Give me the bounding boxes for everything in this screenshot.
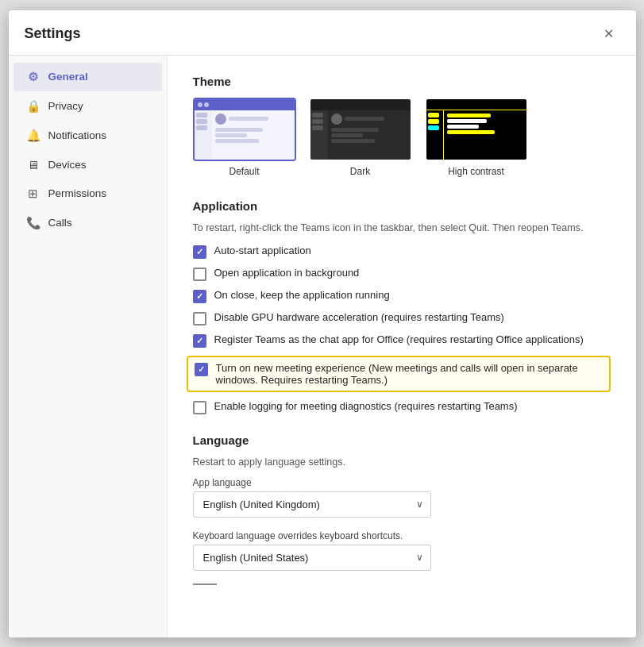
checkbox-row-keep_running: On close, keep the application running [193,289,611,303]
checkbox-new_meeting[interactable] [195,363,208,376]
theme-preview-high-contrast [425,98,528,161]
sidebar-label-permissions: Permissions [48,187,107,199]
app-language-wrapper: English (United Kingdom) English (United… [193,491,431,518]
content-area: Theme [168,56,636,637]
theme-card-high-contrast[interactable]: High contrast [425,98,528,177]
permissions-icon: ⊞ [26,187,40,201]
application-desc: To restart, right-click the Teams icon i… [193,222,611,233]
sidebar-item-calls[interactable]: 📞Calls [13,209,162,237]
dialog-title: Settings [25,25,81,42]
checkbox-label-keep_running: On close, keep the application running [214,289,390,301]
checkbox-label-open_background: Open application in background [214,267,360,279]
checkbox-disable_gpu[interactable] [193,312,206,325]
settings-dialog: Settings ✕ ⚙General🔒Privacy🔔Notification… [9,10,636,637]
sidebar-label-devices: Devices [48,159,87,171]
sidebar-label-calls: Calls [48,217,72,229]
keyboard-language-select[interactable]: English (United States) English (United … [193,545,431,571]
checkbox-enable_logging[interactable] [193,401,206,414]
theme-label-default: Default [229,166,259,177]
checkboxes-container: Auto-start applicationOpen application i… [193,245,611,414]
close-button[interactable]: ✕ [598,23,620,45]
sidebar-item-general[interactable]: ⚙General [13,63,162,91]
sidebar-label-general: General [48,71,88,83]
notifications-icon: 🔔 [26,129,40,143]
sidebar-item-notifications[interactable]: 🔔Notifications [13,121,162,150]
checkbox-label-new_meeting: Turn on new meeting experience (New meet… [216,362,603,386]
theme-label-dark: Dark [350,166,370,177]
checkbox-row-new_meeting: Turn on new meeting experience (New meet… [187,356,611,392]
privacy-icon: 🔒 [26,99,40,114]
dialog-body: ⚙General🔒Privacy🔔Notifications🖥Devices⊞P… [9,56,636,637]
app-language-select[interactable]: English (United Kingdom) English (United… [193,491,431,518]
checkbox-row-register_teams: Register Teams as the chat app for Offic… [193,333,611,348]
theme-card-default[interactable]: Default [193,98,296,177]
checkbox-open_background[interactable] [193,268,206,281]
application-section: Application To restart, right-click the … [193,199,611,414]
sidebar: ⚙General🔒Privacy🔔Notifications🖥Devices⊞P… [9,56,168,637]
language-section: Language Restart to apply language setti… [193,433,611,585]
checkbox-row-open_background: Open application in background [193,267,611,281]
sidebar-item-permissions[interactable]: ⊞Permissions [13,179,162,208]
checkbox-keep_running[interactable] [193,290,206,303]
theme-container: Default [193,98,611,177]
sidebar-label-privacy: Privacy [48,100,83,112]
devices-icon: 🖥 [26,158,40,171]
sidebar-item-privacy[interactable]: 🔒Privacy [13,92,162,121]
checkbox-label-auto_start: Auto-start application [214,245,311,256]
checkbox-register_teams[interactable] [193,334,206,348]
checkbox-label-enable_logging: Enable logging for meeting diagnostics (… [214,400,518,412]
checkbox-label-disable_gpu: Disable GPU hardware acceleration (requi… [214,311,504,323]
checkbox-row-auto_start: Auto-start application [193,245,611,259]
theme-section-title: Theme [193,75,611,88]
checkbox-row-disable_gpu: Disable GPU hardware acceleration (requi… [193,311,611,325]
calls-icon: 📞 [26,216,40,230]
sidebar-item-devices[interactable]: 🖥Devices [13,151,162,179]
dialog-header: Settings ✕ [9,10,636,56]
theme-label-high-contrast: High contrast [448,166,504,177]
bottom-divider [193,583,217,585]
language-section-title: Language [193,433,611,447]
app-language-label: App language [193,477,611,488]
checkbox-label-register_teams: Register Teams as the chat app for Offic… [214,333,584,345]
checkbox-row-enable_logging: Enable logging for meeting diagnostics (… [193,400,611,414]
keyboard-language-wrapper: English (United States) English (United … [193,545,431,571]
keyboard-language-label: Keyboard language overrides keyboard sho… [193,530,611,541]
theme-preview-dark [309,98,412,161]
general-icon: ⚙ [26,70,40,84]
theme-preview-default [193,98,296,161]
application-section-title: Application [193,199,611,213]
theme-card-dark[interactable]: Dark [309,98,412,177]
sidebar-label-notifications: Notifications [48,129,107,141]
checkbox-auto_start[interactable] [193,245,206,259]
language-sub: Restart to apply language settings. [193,456,611,468]
